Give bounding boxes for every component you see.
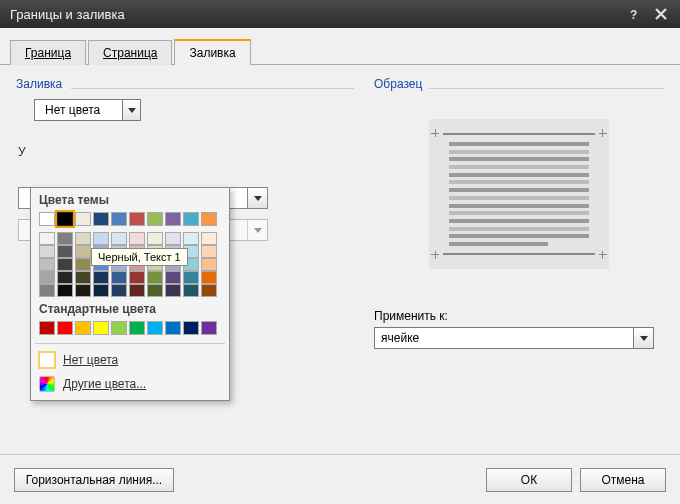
color-swatch[interactable] <box>75 258 91 271</box>
chevron-down-icon <box>633 328 653 348</box>
color-swatch[interactable] <box>93 321 109 335</box>
theme-colors-row <box>31 210 229 228</box>
color-swatch[interactable] <box>147 271 163 284</box>
color-swatch[interactable] <box>165 321 181 335</box>
color-swatch[interactable] <box>201 271 217 284</box>
color-swatch[interactable] <box>201 284 217 297</box>
cancel-button[interactable]: Отмена <box>580 468 666 492</box>
color-swatch[interactable] <box>57 321 73 335</box>
color-swatch[interactable] <box>129 271 145 284</box>
window-title: Границы и заливка <box>10 7 622 22</box>
color-swatch[interactable] <box>147 232 163 245</box>
color-swatch[interactable] <box>39 284 55 297</box>
color-swatch[interactable] <box>93 232 109 245</box>
color-swatch[interactable] <box>183 212 199 226</box>
more-colors-label: Другие цвета... <box>63 377 146 391</box>
color-swatch[interactable] <box>201 258 217 271</box>
no-color-item[interactable]: Нет цвета <box>31 348 229 372</box>
chevron-down-icon <box>247 220 267 240</box>
chevron-down-icon <box>247 188 267 208</box>
color-swatch[interactable] <box>75 321 91 335</box>
color-swatch[interactable] <box>129 232 145 245</box>
color-swatch[interactable] <box>165 212 181 226</box>
color-tooltip: Черный, Текст 1 <box>91 248 188 266</box>
tab-strip: Граница Страница Заливка <box>0 28 680 65</box>
no-color-swatch <box>39 352 55 368</box>
fill-color-value: Нет цвета <box>35 103 122 117</box>
color-swatch[interactable] <box>183 321 199 335</box>
color-swatch[interactable] <box>57 232 73 245</box>
content-area: Заливка Нет цвета У О <box>0 65 680 454</box>
color-swatch[interactable] <box>165 284 181 297</box>
color-swatch[interactable] <box>183 271 199 284</box>
color-swatch[interactable] <box>93 212 109 226</box>
horizontal-line-button[interactable]: Горизонтальная линия... <box>14 468 174 492</box>
color-swatch[interactable] <box>57 271 73 284</box>
dialog-footer: Горизонтальная линия... ОК Отмена <box>0 454 680 504</box>
color-swatch[interactable] <box>129 212 145 226</box>
color-swatch[interactable] <box>57 258 73 271</box>
tab-fill[interactable]: Заливка <box>174 39 250 65</box>
preview-content <box>443 133 595 255</box>
color-swatch[interactable] <box>57 284 73 297</box>
apply-to-value: ячейке <box>375 328 633 348</box>
color-swatch[interactable] <box>75 271 91 284</box>
color-swatch[interactable] <box>93 271 109 284</box>
color-swatch[interactable] <box>201 321 217 335</box>
color-swatch[interactable] <box>165 271 181 284</box>
color-swatch[interactable] <box>75 232 91 245</box>
color-swatch[interactable] <box>183 232 199 245</box>
borders-shading-dialog: Границы и заливка ? Граница Страница Зал… <box>0 0 680 504</box>
color-swatch[interactable] <box>39 321 55 335</box>
color-swatch[interactable] <box>111 271 127 284</box>
color-swatch[interactable] <box>165 232 181 245</box>
no-color-label: Нет цвета <box>63 353 118 367</box>
standard-colors-header: Стандартные цвета <box>31 297 229 319</box>
color-swatch[interactable] <box>129 284 145 297</box>
color-swatch[interactable] <box>39 271 55 284</box>
color-swatch[interactable] <box>111 232 127 245</box>
color-picker-popup: Цвета темы Черный, Текст 1 Стандартные ц… <box>30 187 230 401</box>
ok-button[interactable]: ОК <box>486 468 572 492</box>
more-colors-item[interactable]: Другие цвета... <box>31 372 229 396</box>
color-swatch[interactable] <box>75 212 91 226</box>
color-swatch[interactable] <box>39 245 55 258</box>
right-column: Образец Применить к: <box>374 77 664 454</box>
close-button[interactable] <box>648 4 674 24</box>
color-swatch[interactable] <box>129 321 145 335</box>
color-swatch[interactable] <box>93 284 109 297</box>
fill-color-dropdown-arrow[interactable] <box>122 100 140 120</box>
standard-colors-row <box>31 319 229 339</box>
svg-text:?: ? <box>630 8 637 21</box>
tab-page[interactable]: Страница <box>88 40 172 65</box>
apply-to-area: Применить к: ячейке <box>374 309 664 349</box>
apply-to-label: Применить к: <box>374 309 664 323</box>
pattern-label-prefix: У <box>18 145 26 159</box>
titlebar: Границы и заливка ? <box>0 0 680 28</box>
help-button[interactable]: ? <box>622 4 648 24</box>
tab-border[interactable]: Граница <box>10 40 86 65</box>
color-swatch[interactable] <box>111 321 127 335</box>
color-swatch[interactable] <box>75 284 91 297</box>
color-swatch[interactable] <box>39 258 55 271</box>
color-swatch[interactable] <box>201 232 217 245</box>
color-swatch[interactable] <box>147 284 163 297</box>
preview-box <box>429 119 609 269</box>
color-swatch[interactable] <box>39 232 55 245</box>
color-swatch[interactable] <box>57 212 73 226</box>
color-swatch[interactable] <box>111 212 127 226</box>
color-wheel-icon <box>39 376 55 392</box>
apply-to-combo[interactable]: ячейке <box>374 327 654 349</box>
color-swatch[interactable] <box>147 212 163 226</box>
color-swatch[interactable] <box>57 245 73 258</box>
color-swatch[interactable] <box>111 284 127 297</box>
color-swatch[interactable] <box>201 212 217 226</box>
fill-color-combo[interactable]: Нет цвета <box>34 99 141 121</box>
color-swatch[interactable] <box>75 245 91 258</box>
color-swatch[interactable] <box>39 212 55 226</box>
theme-colors-header: Цвета темы <box>31 188 229 210</box>
color-swatch[interactable] <box>201 245 217 258</box>
color-swatch[interactable] <box>147 321 163 335</box>
color-swatch[interactable] <box>183 284 199 297</box>
